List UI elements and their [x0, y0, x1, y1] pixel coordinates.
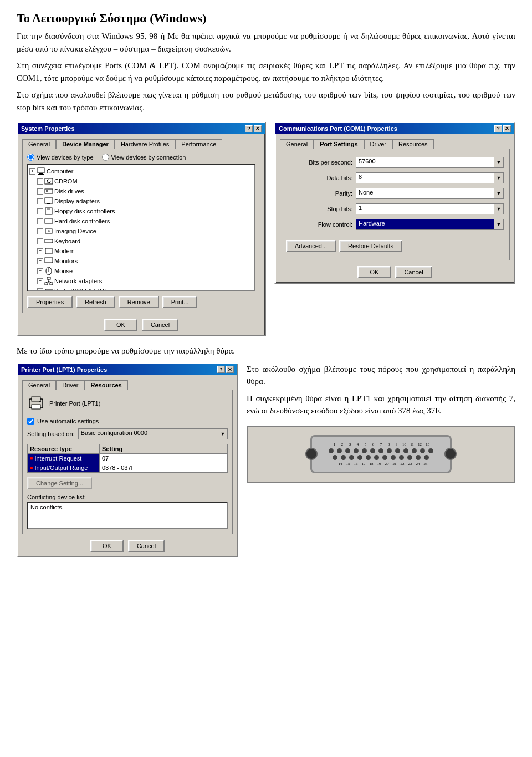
- device-name-label: Printer Port (LPT1): [49, 400, 100, 407]
- tab-performance[interactable]: Performance: [175, 139, 222, 149]
- restore-defaults-button[interactable]: Restore Defaults: [339, 240, 402, 252]
- expand-monitors[interactable]: +: [37, 258, 43, 264]
- tree-item-modem[interactable]: + Modem: [37, 246, 253, 256]
- tree-item-mouse[interactable]: + Mouse: [37, 266, 253, 276]
- system-ok-button[interactable]: OK: [104, 319, 137, 331]
- printer-port-title: Printer Port (LPT1) Properties: [21, 366, 107, 373]
- tree-label-mouse: Mouse: [54, 268, 73, 274]
- tree-item-display[interactable]: + Display adapters: [37, 196, 253, 206]
- pin-18: [366, 455, 371, 460]
- advanced-button[interactable]: Advanced...: [286, 240, 336, 252]
- expand-keyboard[interactable]: +: [37, 238, 43, 244]
- flow-control-value[interactable]: Hardware: [356, 219, 494, 230]
- com-tab-resources[interactable]: Resources: [392, 139, 434, 149]
- bits-per-second-arrow[interactable]: ▼: [494, 157, 504, 168]
- device-info-row: Printer Port (LPT1): [27, 395, 228, 412]
- disk-icon: [44, 187, 53, 196]
- left-bolt: [305, 448, 318, 460]
- svg-rect-14: [45, 239, 53, 243]
- printer-ok-button[interactable]: OK: [90, 540, 124, 552]
- io-value-cell: 0378 - 037F: [100, 463, 227, 472]
- close-button[interactable]: ✕: [254, 125, 262, 132]
- system-cancel-button[interactable]: Cancel: [142, 319, 178, 331]
- change-setting-button[interactable]: Change Setting...: [27, 477, 92, 489]
- svg-rect-8: [47, 203, 50, 204]
- view-by-connection-radio[interactable]: [102, 154, 109, 161]
- io-range-row[interactable]: ■ Input/Output Range 0378 - 037F: [27, 463, 228, 473]
- tab-hardware-profiles[interactable]: Hardware Profiles: [115, 139, 175, 149]
- setting-based-value[interactable]: Basic configuration 0000: [78, 428, 218, 439]
- printer-tab-driver[interactable]: Driver: [56, 380, 84, 390]
- top-pin-row: [329, 448, 433, 453]
- parity-label: Parity:: [286, 190, 352, 197]
- com-tab-port-settings[interactable]: Port Settings: [314, 139, 364, 149]
- expand-computer[interactable]: +: [29, 168, 35, 175]
- use-automatic-checkbox[interactable]: [27, 418, 34, 425]
- system-properties-buttons: Properties Refresh Remove Print...: [27, 296, 255, 308]
- use-automatic-row[interactable]: Use automatic settings: [27, 418, 228, 425]
- view-by-type-radio[interactable]: [27, 154, 34, 161]
- svg-rect-16: [45, 258, 53, 263]
- com-cancel-button[interactable]: Cancel: [395, 266, 432, 278]
- printer-cancel-button[interactable]: Cancel: [128, 540, 165, 552]
- expand-imaging[interactable]: +: [37, 228, 43, 234]
- tree-item-network[interactable]: + Network adapters: [37, 276, 253, 286]
- com-properties-titlebar: Communications Port (COM1) Properties ? …: [275, 123, 514, 134]
- flow-control-arrow[interactable]: ▼: [494, 219, 504, 230]
- print-button[interactable]: Print...: [162, 296, 198, 308]
- stop-bits-value[interactable]: 1: [356, 203, 494, 214]
- pin-1: [329, 448, 334, 453]
- properties-button[interactable]: Properties: [27, 296, 73, 308]
- tab-general[interactable]: General: [22, 139, 56, 149]
- pin-11: [412, 448, 417, 453]
- com-ok-button[interactable]: OK: [357, 266, 391, 278]
- remove-button[interactable]: Remove: [119, 296, 159, 308]
- tree-item-imaging[interactable]: + Imaging Device: [37, 226, 253, 236]
- tree-item-computer[interactable]: + Computer: [29, 166, 253, 176]
- tree-item-disk-drives[interactable]: + Disk drives: [37, 186, 253, 196]
- expand-modem[interactable]: +: [37, 248, 43, 254]
- stop-bits-arrow[interactable]: ▼: [494, 203, 504, 214]
- expand-mouse[interactable]: +: [37, 268, 43, 274]
- svg-rect-28: [50, 290, 51, 291]
- com-close-button[interactable]: ✕: [503, 125, 511, 132]
- expand-display[interactable]: +: [37, 198, 43, 204]
- data-bits-label: Data bits:: [286, 175, 352, 181]
- com-help-button[interactable]: ?: [494, 125, 502, 132]
- com-tab-general[interactable]: General: [280, 139, 314, 149]
- printer-close-button[interactable]: ✕: [226, 366, 234, 373]
- parity-arrow[interactable]: ▼: [494, 188, 504, 199]
- expand-disk[interactable]: +: [37, 188, 43, 195]
- help-button[interactable]: ?: [245, 125, 253, 132]
- bits-per-second-value[interactable]: 57600: [356, 157, 494, 168]
- data-bits-arrow[interactable]: ▼: [494, 172, 504, 183]
- tab-device-manager[interactable]: Device Manager: [56, 139, 115, 149]
- tree-item-hdd[interactable]: + Hard disk controllers: [37, 216, 253, 226]
- expand-network[interactable]: +: [37, 278, 43, 284]
- expand-hdd[interactable]: +: [37, 218, 43, 224]
- tree-item-keyboard[interactable]: + Keyboard: [37, 236, 253, 246]
- setting-based-arrow[interactable]: ▼: [218, 428, 228, 439]
- expand-ports[interactable]: -: [37, 288, 43, 292]
- view-by-type-option[interactable]: View devices by type: [27, 154, 94, 161]
- tree-label-ports: Ports (COM & LPT): [54, 288, 107, 291]
- printer-tab-resources[interactable]: Resources: [84, 380, 127, 390]
- parity-value[interactable]: None: [356, 188, 494, 199]
- tree-item-ports[interactable]: - Ports (COM & LPT): [37, 286, 253, 291]
- tree-item-cdrom[interactable]: + CDROM: [37, 176, 253, 186]
- view-by-connection-option[interactable]: View devices by connection: [102, 154, 186, 161]
- refresh-button[interactable]: Refresh: [76, 296, 115, 308]
- device-tree[interactable]: + Computer + CD: [27, 164, 255, 291]
- printer-titlebar-buttons: ? ✕: [217, 366, 234, 373]
- printer-tab-general[interactable]: General: [22, 380, 56, 390]
- tree-item-monitors[interactable]: + Monitors: [37, 256, 253, 266]
- printer-help-button[interactable]: ?: [217, 366, 225, 373]
- conflicting-section: Conflicting device list: No conflicts.: [27, 494, 228, 529]
- expand-floppy[interactable]: +: [37, 208, 43, 214]
- com-tab-driver[interactable]: Driver: [364, 139, 392, 149]
- pin-2: [337, 448, 342, 453]
- expand-cdrom[interactable]: +: [37, 178, 43, 185]
- tree-item-floppy[interactable]: + Floppy disk controllers: [37, 206, 253, 216]
- data-bits-value[interactable]: 8: [356, 172, 494, 183]
- irq-row[interactable]: ■ Interrupt Request 07: [27, 454, 228, 463]
